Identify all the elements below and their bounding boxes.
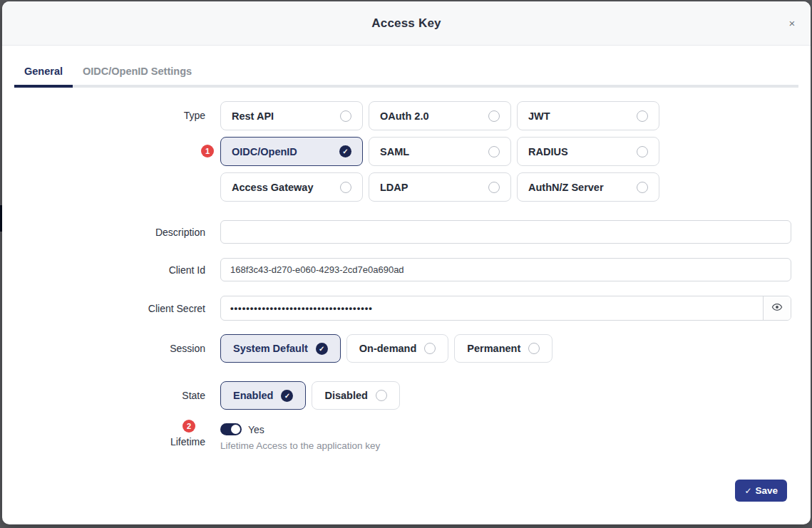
modal-footer: ✓ Save — [2, 480, 811, 524]
client-secret-row: Client Secret — [2, 296, 811, 321]
type-option-jwt[interactable]: JWT — [517, 101, 659, 130]
lifetime-toggle[interactable] — [220, 423, 242, 435]
session-option-system-default[interactable]: System Default ✓ — [220, 334, 341, 363]
client-id-label: Client Id — [2, 264, 205, 276]
lifetime-help-text: Lifetime Access to the application key — [220, 440, 791, 451]
eye-icon — [771, 301, 783, 315]
session-option-on-demand[interactable]: On-demand — [346, 334, 449, 363]
type-option-saml[interactable]: SAML — [369, 137, 511, 166]
check-circle-icon: ✓ — [281, 390, 293, 402]
client-secret-label: Client Secret — [2, 303, 205, 314]
radio-icon — [488, 146, 500, 157]
radio-icon — [637, 146, 648, 157]
toggle-knob — [231, 425, 240, 434]
show-secret-button[interactable] — [763, 296, 791, 320]
step-badge-2: 2 — [183, 420, 195, 433]
radio-icon — [637, 182, 648, 193]
state-row: State Enabled ✓ Disabled — [2, 381, 811, 410]
description-row: Description — [2, 220, 811, 244]
type-option-oidc-openid[interactable]: OIDC/OpenID ✓ — [220, 137, 363, 166]
radio-icon — [528, 343, 540, 354]
client-secret-input[interactable] — [221, 296, 763, 320]
state-options: Enabled ✓ Disabled — [220, 381, 791, 410]
check-icon: ✓ — [744, 486, 751, 496]
modal-body: Type 1 Rest API OAuth 2.0 JWT — [2, 88, 811, 524]
close-icon[interactable]: × — [783, 15, 801, 32]
type-label: Type — [2, 101, 205, 202]
tab-oidc-openid-settings[interactable]: OIDC/OpenID Settings — [73, 61, 202, 88]
radio-icon — [637, 110, 648, 122]
tab-general[interactable]: General — [14, 61, 73, 88]
lifetime-row: 2 Lifetime Yes Lifetime Access to the ap… — [2, 418, 811, 451]
step-badge-1: 1 — [201, 145, 214, 157]
state-option-disabled[interactable]: Disabled — [312, 381, 399, 410]
description-label: Description — [2, 227, 205, 238]
type-option-radius[interactable]: RADIUS — [517, 137, 659, 166]
radio-icon — [340, 110, 351, 122]
type-options: Rest API OAuth 2.0 JWT OIDC/OpenID ✓ — [220, 101, 791, 202]
type-option-access-gateway[interactable]: Access Gateway — [220, 172, 363, 202]
type-row: Type 1 Rest API OAuth 2.0 JWT — [2, 101, 811, 202]
modal-title: Access Key — [371, 16, 441, 31]
client-id-row: Client Id — [2, 258, 811, 281]
type-option-ldap[interactable]: LDAP — [369, 172, 511, 202]
check-circle-icon: ✓ — [339, 145, 351, 157]
type-option-authnz-server[interactable]: AuthN/Z Server — [517, 172, 659, 202]
radio-icon — [340, 182, 351, 193]
state-option-enabled[interactable]: Enabled ✓ — [220, 381, 306, 410]
save-button-label: Save — [755, 485, 778, 496]
access-key-modal: Access Key × General OIDC/OpenID Setting… — [2, 1, 811, 524]
modal-header: Access Key × — [2, 1, 811, 46]
radio-icon — [488, 110, 500, 122]
client-id-input[interactable] — [220, 258, 791, 281]
tab-bar: General OIDC/OpenID Settings — [2, 46, 811, 88]
radio-icon — [376, 390, 387, 401]
session-row: Session System Default ✓ On-demand Perma… — [2, 334, 811, 363]
state-label: State — [2, 390, 205, 401]
session-label: Session — [2, 343, 205, 354]
lifetime-label: Lifetime — [170, 436, 205, 447]
session-option-permanent[interactable]: Permanent — [454, 334, 553, 363]
type-option-rest-api[interactable]: Rest API — [220, 101, 363, 130]
description-input[interactable] — [220, 220, 791, 244]
radio-icon — [424, 343, 436, 354]
check-circle-icon: ✓ — [316, 343, 328, 355]
session-options: System Default ✓ On-demand Permanent — [220, 334, 791, 363]
type-option-oauth2[interactable]: OAuth 2.0 — [369, 101, 511, 130]
radio-icon — [488, 182, 500, 193]
lifetime-toggle-label: Yes — [248, 424, 264, 435]
save-button[interactable]: ✓ Save — [735, 480, 787, 502]
